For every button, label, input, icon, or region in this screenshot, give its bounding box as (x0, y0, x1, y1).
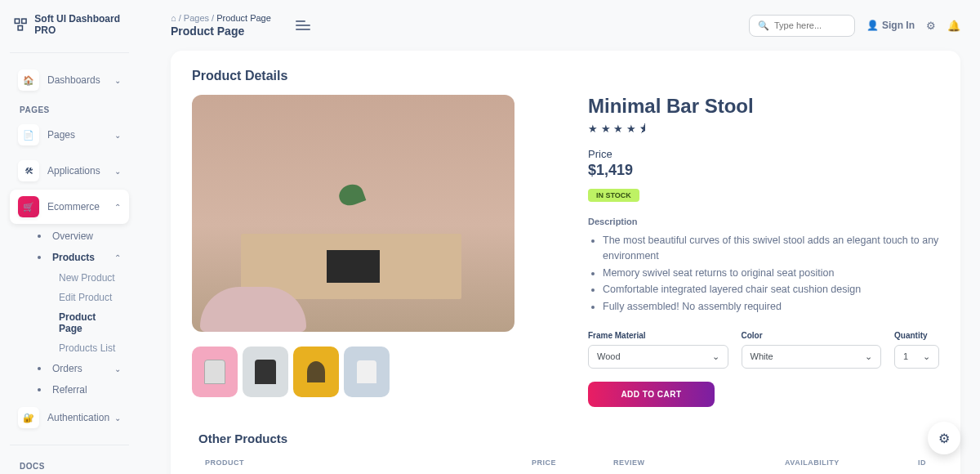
chevron-down-icon: ⌄ (923, 351, 930, 362)
desc-item: Memory swivel seat returns to original s… (603, 266, 939, 281)
chevron-up-icon: ⌃ (114, 253, 121, 262)
sidebar-toggle[interactable] (296, 18, 310, 33)
nav-ecommerce-sub: Overview Products⌃ New Product Edit Prod… (10, 226, 129, 400)
description-label: Description (588, 217, 939, 226)
nav-referral[interactable]: Referral (29, 379, 129, 400)
office-icon: 📄 (18, 124, 39, 145)
color-select[interactable]: White⌄ (742, 345, 882, 369)
nav-label: Applications (47, 165, 114, 177)
sidebar: Soft UI Dashboard PRO 🏠 Dashboards ⌄ PAG… (0, 0, 139, 474)
product-main-image[interactable] (192, 95, 514, 332)
section-docs: DOCS (10, 455, 129, 474)
price-value: $1,419 (588, 162, 939, 179)
thumbnail-1[interactable] (192, 347, 238, 397)
col-review: REVIEW (613, 458, 785, 467)
nav-products-sub: New Product Edit Product Product Page Pr… (29, 268, 129, 358)
signin-link[interactable]: 👤 Sign In (866, 20, 915, 31)
divider (10, 445, 129, 445)
chevron-down-icon: ⌄ (114, 364, 121, 373)
other-products-header: PRODUCT PRICE REVIEW AVAILABILITY ID (192, 454, 939, 472)
settings-fab[interactable]: ⚙ (928, 422, 960, 454)
thumbnail-3[interactable] (293, 347, 339, 397)
nav-ecommerce[interactable]: 🛒 Ecommerce ⌃ (10, 190, 129, 224)
breadcrumb-pages[interactable]: Pages (184, 13, 209, 23)
nav-label: Ecommerce (47, 201, 114, 212)
desc-item: Fully assembled! No assembly required (603, 299, 939, 315)
col-price: PRICE (532, 458, 613, 467)
qty-select[interactable]: 1⌄ (894, 345, 939, 369)
nav-overview[interactable]: Overview (29, 226, 129, 247)
price-label: Price (588, 148, 939, 160)
chevron-down-icon: ⌄ (114, 76, 121, 85)
brand-text: Soft UI Dashboard PRO (34, 13, 126, 36)
chevron-down-icon: ⌄ (865, 351, 872, 362)
breadcrumb-home-icon[interactable]: ⌂ (171, 13, 176, 23)
desc-item: The most beautiful curves of this swivel… (603, 233, 939, 264)
qty-label: Quantity (894, 331, 939, 340)
stock-badge: IN STOCK (588, 189, 639, 202)
other-products-title: Other Products (192, 432, 939, 445)
nav-orders[interactable]: Orders⌄ (29, 358, 129, 379)
nav-applications[interactable]: 🛠 Applications ⌄ (10, 154, 129, 188)
frame-select[interactable]: Wood⌄ (588, 345, 728, 369)
nav-dashboards[interactable]: 🏠 Dashboards ⌄ (10, 63, 129, 97)
nav-products[interactable]: Products⌃ (29, 247, 129, 268)
gear-icon[interactable]: ⚙ (926, 20, 936, 32)
chevron-down-icon: ⌄ (114, 131, 121, 140)
product-name: Minimal Bar Stool (588, 95, 939, 118)
page-title: Product Page (171, 25, 271, 38)
col-availability: AVAILABILITY (785, 458, 891, 467)
signin-label: Sign In (882, 20, 915, 31)
desc-item: Comfortable integrated layered chair sea… (603, 282, 939, 297)
chevron-up-icon: ⌃ (114, 203, 121, 212)
nav-label: Dashboards (47, 74, 114, 86)
logo-icon (13, 16, 28, 34)
nav-new-product[interactable]: New Product (51, 268, 129, 288)
thumbnail-2[interactable] (243, 347, 288, 397)
shop-icon: 🏠 (18, 69, 39, 91)
product-card: Product Details Minimal Bar Stool ★ ★ ★ … (171, 51, 960, 474)
col-product: PRODUCT (205, 458, 532, 467)
divider (10, 52, 129, 53)
svg-rect-0 (15, 19, 19, 23)
description-list: The most beautiful curves of this swivel… (588, 233, 939, 315)
topbar: ⌂ / Pages / Product Page Product Page 🔍 … (171, 13, 960, 38)
main: ⌂ / Pages / Product Page Product Page 🔍 … (151, 0, 980, 474)
document-icon: 🔐 (18, 407, 39, 428)
nav-product-page[interactable]: Product Page (51, 307, 129, 338)
brand[interactable]: Soft UI Dashboard PRO (10, 13, 129, 36)
nav-authentication[interactable]: 🔐 Authentication ⌄ (10, 400, 129, 435)
breadcrumb: ⌂ / Pages / Product Page (171, 13, 271, 23)
svg-rect-2 (18, 26, 22, 30)
rating-stars: ★ ★ ★ ★ ⯨ (588, 123, 939, 135)
thumbnail-4[interactable] (344, 347, 390, 397)
card-title: Product Details (192, 69, 939, 83)
nav-pages[interactable]: 📄 Pages ⌄ (10, 118, 129, 152)
basket-icon: 🛒 (18, 196, 39, 217)
svg-rect-1 (22, 19, 26, 23)
nav-label: Pages (47, 129, 114, 141)
chevron-down-icon: ⌄ (114, 167, 121, 176)
add-to-cart-button[interactable]: ADD TO CART (588, 382, 715, 407)
bell-icon[interactable]: 🔔 (947, 20, 960, 32)
chevron-down-icon: ⌄ (712, 351, 719, 362)
chevron-down-icon: ⌄ (114, 414, 121, 423)
breadcrumb-current: Product Page (216, 13, 271, 23)
col-id: ID (891, 458, 926, 467)
color-label: Color (742, 331, 882, 340)
nav-products-list[interactable]: Products List (51, 338, 129, 358)
user-icon: 👤 (866, 20, 879, 31)
search-icon: 🔍 (758, 20, 769, 31)
apps-icon: 🛠 (18, 160, 39, 181)
product-thumbnails (192, 347, 514, 397)
gear-icon: ⚙ (938, 431, 950, 446)
search-input[interactable] (774, 20, 846, 30)
nav-label: Authentication (47, 412, 114, 423)
frame-label: Frame Material (588, 331, 728, 340)
section-pages: PAGES (10, 99, 129, 118)
search-box[interactable]: 🔍 (749, 15, 855, 37)
nav-edit-product[interactable]: Edit Product (51, 288, 129, 307)
